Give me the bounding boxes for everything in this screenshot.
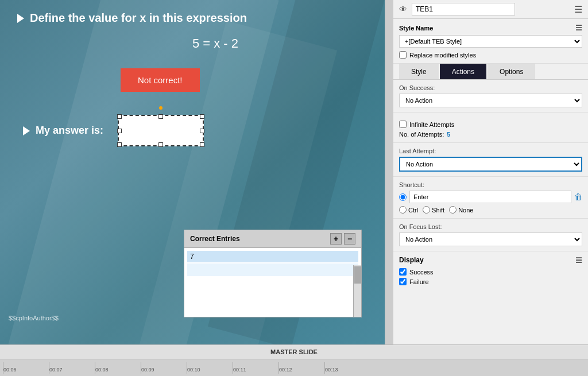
style-select-row: +[Default TEB Style]	[399, 35, 582, 48]
my-answer-label: My answer is:	[23, 125, 103, 137]
shortcut-radio[interactable]	[399, 193, 407, 201]
popup-empty-space	[187, 277, 358, 312]
panel-menu-icon[interactable]: ☰	[574, 4, 582, 15]
success-checkbox[interactable]	[399, 268, 407, 276]
shortcut-label: Shortcut:	[399, 181, 582, 188]
timeline-mark-3: 00:09	[141, 362, 187, 374]
author-variable: $$cpInfoAuthor$$	[9, 315, 59, 321]
last-attempt-section: Last Attempt: No Action	[393, 143, 588, 177]
infinite-attempts-row: Infinite Attempts	[399, 121, 582, 128]
none-radio[interactable]	[449, 206, 457, 214]
arrow-icon-2	[23, 126, 30, 135]
on-success-label: On Success:	[399, 84, 582, 91]
attempts-number[interactable]: 5	[447, 131, 450, 138]
shortcut-input-row: 🗑	[399, 191, 582, 203]
on-success-section: On Success: No Action	[393, 80, 588, 113]
answer-input-area[interactable]	[118, 115, 204, 146]
popup-actions: + −	[330, 233, 355, 245]
bottom-bar: MASTER SLIDE	[0, 344, 588, 359]
handle-ml[interactable]	[117, 129, 122, 133]
timeline-mark-4: 00:10	[187, 362, 233, 374]
question-title-row: Define the value for x in this expressio…	[17, 11, 368, 25]
timeline-mark-7: 00:13	[324, 362, 370, 374]
handle-bl[interactable]	[117, 142, 122, 147]
popup-content: 7	[184, 248, 361, 317]
none-radio-item[interactable]: None	[449, 206, 473, 214]
entry-empty[interactable]	[187, 263, 358, 276]
tab-actions[interactable]: Actions	[440, 64, 486, 79]
entry-item[interactable]: 7	[187, 251, 358, 262]
style-select[interactable]: +[Default TEB Style]	[399, 35, 582, 48]
display-section: Display ☰ Success Failure	[393, 251, 588, 292]
handle-tl[interactable]	[117, 114, 122, 119]
equation-text: 5 = x - 2	[63, 36, 368, 51]
on-focus-lost-select[interactable]: No Action	[399, 232, 582, 246]
on-focus-lost-section: On Focus Lost: No Action	[393, 219, 588, 251]
style-menu-icon[interactable]: ☰	[575, 24, 582, 32]
failure-checkbox-row: Failure	[399, 278, 582, 285]
correct-entries-popup: Correct Entries + − 7	[184, 230, 362, 317]
tabs-row: Style Actions Options	[393, 64, 588, 80]
handle-bc[interactable]	[158, 142, 163, 147]
popup-scroll-thumb[interactable]	[354, 266, 361, 284]
element-name-input[interactable]	[412, 3, 515, 15]
center-handle-dot	[159, 106, 163, 110]
add-entry-button[interactable]: +	[330, 233, 342, 245]
shortcut-delete-icon[interactable]: 🗑	[574, 192, 582, 201]
timeline-marks: 00:06 00:07 00:08 00:09 00:10 00:11 00:1…	[3, 362, 585, 374]
last-attempt-label: Last Attempt:	[399, 148, 582, 154]
canvas-scrollbar[interactable]	[385, 0, 393, 344]
no-attempts-row: No. of Attempts: 5	[399, 131, 582, 138]
timeline-mark-6: 00:12	[278, 362, 324, 374]
panel-name-row: 👁	[399, 3, 515, 15]
ctrl-radio-item[interactable]: Ctrl	[399, 206, 418, 214]
style-name-section: Style Name ☰ +[Default TEB Style] Replac…	[393, 19, 588, 64]
shortcut-modifier-group: Ctrl Shift None	[399, 206, 582, 214]
display-header: Display ☰	[399, 256, 582, 265]
shift-radio-item[interactable]: Shift	[423, 206, 444, 214]
handle-br[interactable]	[200, 142, 204, 147]
on-success-dropdown-row: No Action	[399, 94, 582, 107]
replace-modified-row: Replace modified styles	[399, 51, 582, 59]
not-correct-box: Not correct!	[121, 68, 200, 92]
timeline-mark-5: 00:11	[233, 362, 278, 374]
shift-radio[interactable]	[423, 206, 430, 214]
display-menu-icon[interactable]: ☰	[575, 256, 582, 265]
right-panel: 👁 ☰ Style Name ☰ +[Default TEB Style] Re…	[393, 0, 588, 344]
handle-tc[interactable]	[158, 114, 163, 119]
arrow-icon	[17, 14, 24, 23]
remove-entry-button[interactable]: −	[344, 233, 355, 245]
handle-tr[interactable]	[200, 114, 204, 119]
last-attempt-select[interactable]: No Action	[399, 157, 582, 172]
panel-header: 👁 ☰	[393, 0, 588, 19]
success-checkbox-row: Success	[399, 268, 582, 276]
timeline-mark-2: 00:08	[95, 362, 141, 374]
ctrl-radio[interactable]	[399, 206, 407, 214]
answer-row: My answer is:	[23, 115, 368, 146]
popup-title: Correct Entries	[190, 235, 240, 243]
shortcut-section: Shortcut: 🗑 Ctrl Shift None	[393, 177, 588, 219]
shortcut-input-field[interactable]	[409, 191, 571, 203]
failure-checkbox[interactable]	[399, 278, 407, 285]
on-success-select[interactable]: No Action	[399, 94, 582, 107]
tab-options[interactable]: Options	[488, 64, 535, 79]
bottom-bar-label: MASTER SLIDE	[270, 348, 318, 355]
on-focus-lost-dropdown-row: No Action	[399, 232, 582, 246]
canvas-content: Define the value for x in this expressio…	[0, 0, 385, 158]
tab-style[interactable]: Style	[399, 64, 439, 79]
attempts-section: Infinite Attempts No. of Attempts: 5	[393, 113, 588, 143]
visibility-icon[interactable]: 👁	[399, 5, 407, 14]
canvas-area: Define the value for x in this expressio…	[0, 0, 385, 344]
question-text: Define the value for x in this expressio…	[30, 11, 247, 25]
timeline[interactable]: 00:06 00:07 00:08 00:09 00:10 00:11 00:1…	[0, 359, 588, 376]
answer-input-dashed[interactable]	[118, 115, 204, 146]
handle-mr[interactable]	[200, 129, 204, 133]
replace-modified-checkbox[interactable]	[399, 51, 407, 59]
on-focus-lost-label: On Focus Lost:	[399, 223, 582, 230]
infinite-attempts-checkbox[interactable]	[399, 121, 407, 128]
style-name-label: Style Name ☰	[399, 24, 582, 32]
popup-scrollbar[interactable]	[353, 265, 361, 317]
timeline-mark-1: 00:07	[49, 362, 95, 374]
last-attempt-dropdown-row: No Action	[399, 157, 582, 172]
timeline-mark-0: 00:06	[3, 362, 49, 374]
